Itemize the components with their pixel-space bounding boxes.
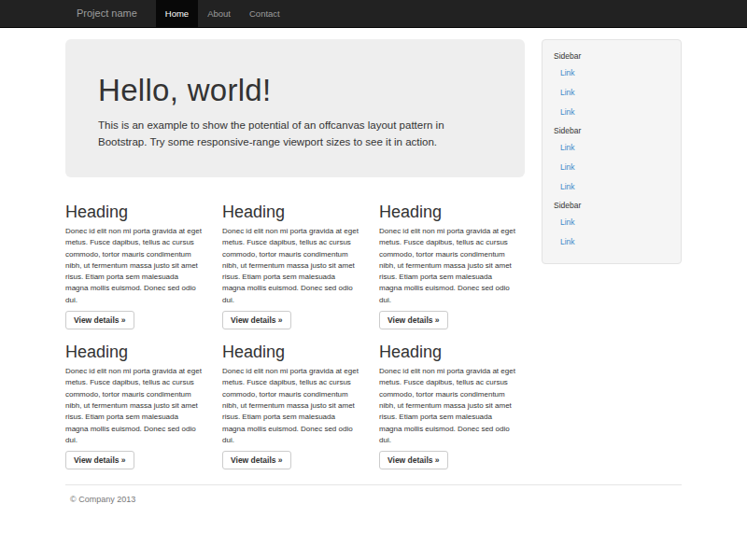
content-card: Heading Donec id elit non mi porta gravi…: [222, 329, 369, 469]
navbar-brand[interactable]: Project name: [65, 0, 148, 27]
content-card: Heading Donec id elit non mi porta gravi…: [379, 329, 526, 469]
view-details-button[interactable]: View details »: [65, 311, 134, 329]
nav-link-contact[interactable]: Contact: [240, 0, 289, 27]
view-details-button[interactable]: View details »: [65, 451, 134, 469]
card-heading: Heading: [379, 342, 526, 362]
cards-row-2: Heading Donec id elit non mi porta gravi…: [65, 329, 532, 469]
jumbotron: Hello, world! This is an example to show…: [65, 39, 525, 177]
copyright-text: © Company 2013: [70, 495, 682, 504]
nav-item-home[interactable]: Home: [156, 0, 198, 27]
card-heading: Heading: [379, 202, 526, 222]
jumbotron-title: Hello, world!: [98, 73, 506, 108]
content-card: Heading Donec id elit non mi porta gravi…: [379, 177, 526, 329]
view-details-button[interactable]: View details »: [222, 451, 291, 469]
sidebar-group: Sidebar Link Link: [554, 199, 673, 252]
nav-link-home[interactable]: Home: [156, 0, 198, 27]
card-body: Donec id elit non mi porta gravida at eg…: [65, 366, 212, 446]
card-body: Donec id elit non mi porta gravida at eg…: [222, 226, 369, 306]
sidebar: Sidebar Link Link Link Sidebar Link Link…: [542, 39, 682, 264]
cards-row-1: Heading Donec id elit non mi porta gravi…: [65, 177, 532, 329]
card-body: Donec id elit non mi porta gravida at eg…: [65, 226, 212, 306]
sidebar-group-title: Sidebar: [554, 124, 673, 138]
content-row: Hello, world! This is an example to show…: [65, 28, 682, 469]
sidebar-link[interactable]: Link: [554, 232, 673, 252]
nav-item-contact[interactable]: Contact: [240, 0, 289, 27]
view-details-button[interactable]: View details »: [222, 311, 291, 329]
sidebar-link[interactable]: Link: [554, 213, 673, 232]
card-heading: Heading: [65, 342, 212, 362]
sidebar-group-title: Sidebar: [554, 199, 673, 213]
sidebar-link[interactable]: Link: [554, 158, 673, 177]
sidebar-link[interactable]: Link: [554, 177, 673, 197]
content-card: Heading Donec id elit non mi porta gravi…: [65, 329, 212, 469]
sidebar-group-title: Sidebar: [554, 49, 673, 63]
card-body: Donec id elit non mi porta gravida at eg…: [379, 226, 526, 306]
card-body: Donec id elit non mi porta gravida at eg…: [379, 366, 526, 446]
footer: © Company 2013: [65, 484, 682, 504]
card-heading: Heading: [222, 342, 369, 362]
sidebar-link[interactable]: Link: [554, 83, 673, 103]
content-card: Heading Donec id elit non mi porta gravi…: [222, 177, 369, 329]
sidebar-group: Sidebar Link Link Link: [554, 49, 673, 122]
sidebar-group: Sidebar Link Link Link: [554, 124, 673, 197]
view-details-button[interactable]: View details »: [379, 451, 448, 469]
card-heading: Heading: [65, 202, 212, 222]
jumbotron-lead: This is an example to show the potential…: [98, 117, 506, 150]
navbar: Project name Home About Contact: [0, 0, 747, 28]
page-container: Hello, world! This is an example to show…: [65, 28, 682, 504]
sidebar-link[interactable]: Link: [554, 138, 673, 158]
content-card: Heading Donec id elit non mi porta gravi…: [65, 177, 212, 329]
sidebar-link[interactable]: Link: [554, 103, 673, 122]
view-details-button[interactable]: View details »: [379, 311, 448, 329]
navbar-container: Project name Home About Contact: [65, 0, 682, 27]
sidebar-link[interactable]: Link: [554, 63, 673, 83]
card-heading: Heading: [222, 202, 369, 222]
navbar-menu: Home About Contact: [156, 0, 289, 27]
nav-link-about[interactable]: About: [198, 0, 240, 27]
nav-item-about[interactable]: About: [198, 0, 240, 27]
main-column: Hello, world! This is an example to show…: [65, 28, 532, 469]
card-body: Donec id elit non mi porta gravida at eg…: [222, 366, 369, 446]
